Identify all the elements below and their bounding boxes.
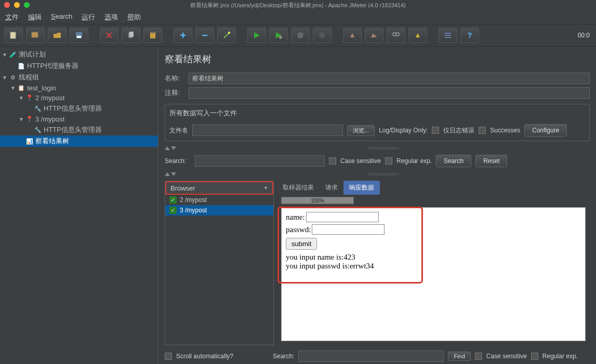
expand-toggle-icon[interactable]: ▼ [2,75,7,80]
tab-request[interactable]: 请求 [320,181,343,195]
name-label: 名称: [165,74,186,83]
clear-all-icon[interactable] [365,28,383,43]
menu-run[interactable]: 运行 [82,12,95,22]
cut-icon[interactable] [100,28,118,43]
menu-help[interactable]: 帮助 [127,12,141,22]
tree-item-plan[interactable]: ▼🧪测试计划 [0,49,158,60]
menu-file[interactable]: 文件 [5,12,19,22]
function-helper-icon[interactable] [408,28,427,43]
case-sensitive-checkbox[interactable] [329,157,336,165]
resp-passwd-input[interactable] [312,224,385,235]
menu-options[interactable]: 选项 [104,12,118,22]
remove-icon[interactable]: − [195,28,214,43]
errors-only-label: 仅日志错误 [443,126,474,135]
list-icon[interactable] [439,28,457,43]
flask-icon: 🧪 [9,51,17,58]
copy-icon[interactable] [122,28,140,43]
svg-point-10 [279,36,282,39]
chevron-down-icon: ▼ [263,185,268,191]
file-output-group: 所有数据写入一个文件 文件名 浏览... Log/Display Only: 仅… [165,104,590,141]
tree-item-proxy[interactable]: 📄HTTP代理服务器 [0,60,158,72]
menu-edit[interactable]: 编辑 [28,12,42,22]
result-item-3[interactable]: ✓ 3 /mypost [165,205,273,215]
successes-label: Successes [490,127,520,134]
renderer-dropdown[interactable]: Browser ▼ [165,181,273,195]
tree-label: 线程组 [19,73,39,82]
splitter-handle-mid[interactable] [165,170,590,178]
paste-icon[interactable] [143,28,162,43]
clear-icon[interactable] [343,28,362,43]
tree-label: 2 /mypost [35,94,64,102]
tree-label: 测试计划 [19,50,46,59]
response-content: name: passwd: submit you input name is:4… [281,207,586,341]
tree-item-controller[interactable]: ▼📋test_login [0,83,158,93]
browse-button[interactable]: 浏览... [347,125,375,136]
resp-passwd-label: passwd: [286,225,311,234]
configure-button[interactable]: Configure [524,124,567,137]
menu-search[interactable]: Search [51,12,72,22]
filename-input[interactable] [192,125,343,136]
comment-input[interactable] [189,87,590,99]
find-button[interactable]: Find [448,352,470,361]
scroll-auto-label: Scroll automatically? [176,353,233,360]
tree-item-sampler-3[interactable]: ▼📍3 /mypost [0,114,158,124]
search-icon[interactable] [387,28,405,43]
menu-bar: 文件 编辑 Search 运行 选项 帮助 [0,10,596,24]
stop-icon[interactable] [291,28,310,43]
add-icon[interactable]: + [174,28,192,43]
tab-response-data[interactable]: 响应数据 [343,181,380,195]
main-toolbar: + − ? 00:0 [0,24,596,47]
new-file-icon[interactable] [4,28,23,43]
svg-rect-3 [77,36,81,38]
scroll-auto-checkbox[interactable] [165,353,172,360]
resp-name-label: name: [286,213,305,221]
bottom-search-label: Search: [273,353,294,360]
help-icon[interactable]: ? [460,28,479,43]
svg-line-8 [224,33,229,38]
splitter-handle-top[interactable] [165,144,590,152]
reset-button[interactable]: Reset [475,155,507,167]
errors-only-checkbox[interactable] [432,127,439,134]
file-output-title: 所有数据写入一个文件 [169,109,585,118]
search-button[interactable]: Search [436,155,471,167]
wand-icon[interactable] [217,28,236,43]
shutdown-icon[interactable] [313,28,332,43]
templates-icon[interactable] [26,28,45,43]
open-file-icon[interactable] [48,28,67,43]
tree-item-threadgroup[interactable]: ▼⚙线程组 [0,72,158,83]
tree-label: HTTP代理服务器 [27,61,78,71]
resp-name-input[interactable] [306,212,379,222]
search-input[interactable] [195,155,325,167]
tree-item-header-2[interactable]: 🔧HTTP信息头管理器 [0,103,158,114]
log-display-label: Log/Display Only: [379,127,428,134]
expand-toggle-icon[interactable]: ▼ [19,95,24,101]
expand-toggle-icon[interactable]: ▼ [2,52,7,58]
start-no-pause-icon[interactable] [269,28,288,43]
close-window-icon[interactable] [4,2,10,8]
name-input[interactable] [189,73,590,84]
expand-toggle-icon[interactable]: ▼ [19,116,24,122]
svg-rect-7 [151,32,154,33]
save-icon[interactable] [70,28,88,43]
tab-sampler-result[interactable]: 取样器结果 [277,181,320,195]
result-item-2[interactable]: ✓ 2 /mypost [165,195,273,205]
minimize-window-icon[interactable] [14,2,20,8]
bottom-regex-checkbox[interactable] [531,353,538,360]
resp-submit-button[interactable]: submit [286,238,317,250]
regex-checkbox[interactable] [385,157,392,165]
maximize-window-icon[interactable] [24,2,30,8]
successes-checkbox[interactable] [479,127,486,134]
resp-output-line2: you input passwd is:errwt34 [286,262,581,271]
start-icon[interactable] [247,28,266,43]
progress-text: 100% [282,197,353,205]
bottom-search-input[interactable] [298,350,444,362]
result-label: 2 /mypost [180,196,207,204]
expand-toggle-icon[interactable]: ▼ [10,85,16,91]
tree-item-header-3[interactable]: 🔧HTTP信息头管理器 [0,124,158,136]
controller-icon: 📋 [18,85,25,92]
bottom-case-checkbox[interactable] [475,353,482,360]
elapsed-time: 00:0 [578,32,592,39]
tree-item-sampler-2[interactable]: ▼📍2 /mypost [0,93,158,103]
test-plan-tree: ▼🧪测试计划 📄HTTP代理服务器 ▼⚙线程组 ▼📋test_login ▼📍2… [0,47,158,364]
tree-item-results-tree[interactable]: 📊察看结果树 [0,136,158,147]
